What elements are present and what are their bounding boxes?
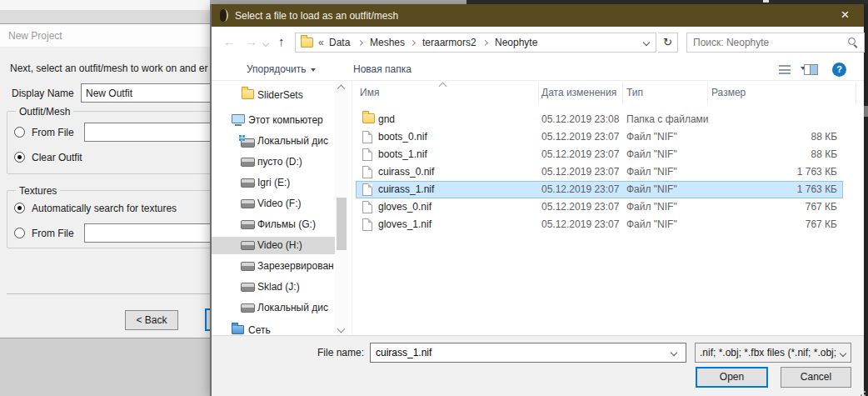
new-project-titlebar[interactable]: New Project [0, 24, 214, 48]
file-dialog-titlebar[interactable]: Select a file to load as an outfit/mesh … [212, 4, 864, 27]
file-row-cuirass1-selected[interactable]: cuirass_1.nif05.12.2019 23:07Файл "NIF"1… [352, 181, 851, 198]
dialog-footer: File name: .nif; *.obj; *.fbx files (*.n… [212, 335, 864, 396]
textures-from-file-label: From File [32, 228, 74, 239]
file-icon [362, 218, 372, 231]
nav-forward-icon[interactable]: → [245, 34, 257, 48]
breadcrumb-item-meshes[interactable]: Meshes [370, 37, 405, 48]
file-name-input[interactable] [370, 343, 686, 363]
display-name-input[interactable] [81, 83, 214, 103]
breadcrumb-item-teraarmors2[interactable]: teraarmors2 [422, 37, 476, 48]
nav-up-icon[interactable]: ↑ [278, 34, 285, 48]
view-options-icon[interactable] [779, 65, 791, 74]
drive-icon [241, 158, 255, 167]
scroll-up-icon[interactable] [337, 85, 346, 93]
sort-ascending-icon [439, 83, 447, 91]
app-icon [220, 9, 228, 22]
address-dropdown-chevron-icon[interactable] [643, 39, 650, 46]
help-icon[interactable]: ? [832, 63, 846, 77]
breadcrumb-item-data[interactable]: Data [329, 37, 350, 48]
file-name-label: File name: [307, 347, 364, 358]
sidebar-scrollbar[interactable] [335, 81, 348, 338]
column-header-size[interactable]: Размер [711, 87, 746, 98]
dialog-divider [7, 293, 214, 294]
file-row-boots1[interactable]: boots_1.nif05.12.2019 23:07Файл "NIF"88 … [352, 146, 851, 163]
sidebar-item-slidersets[interactable]: SliderSets [212, 87, 335, 104]
sidebar-item-local-disk-2[interactable]: Локальный дис [212, 299, 335, 317]
cancel-button[interactable]: Cancel [781, 367, 851, 388]
folder-icon [301, 38, 313, 48]
outfit-from-file-input[interactable] [84, 123, 214, 142]
chevron-right-icon[interactable] [482, 40, 488, 46]
file-icon [362, 148, 372, 161]
search-input[interactable]: Поиск: Neophyte [686, 33, 865, 53]
sidebar-item-drive-f[interactable]: Video (F:) [212, 195, 335, 213]
preview-pane-icon[interactable] [804, 64, 818, 75]
drive-icon [241, 241, 255, 250]
file-row-cuirass0[interactable]: cuirass_0.nif05.12.2019 23:07Файл "NIF"1… [352, 163, 851, 181]
organize-menu-button[interactable]: Упорядочить [247, 63, 316, 75]
sidebar-item-drive-d[interactable]: пусто (D:) [212, 153, 335, 171]
column-header-type[interactable]: Тип [626, 87, 643, 98]
column-resize-handle[interactable] [622, 83, 623, 104]
column-resize-handle[interactable] [538, 83, 539, 104]
back-button[interactable]: < Back [125, 310, 178, 330]
drive-icon [241, 220, 255, 229]
file-type-select[interactable]: .nif; *.obj; *.fbx files (*.nif; *.obj; [695, 343, 851, 363]
sidebar-item-local-disk-c[interactable]: Локальный дис [212, 133, 335, 150]
drive-icon [241, 303, 255, 313]
chevron-right-icon[interactable] [410, 40, 416, 46]
command-toolbar: Упорядочить Новая папка ? [212, 58, 864, 81]
nav-history-chevron-icon[interactable] [262, 40, 269, 47]
column-resize-handle[interactable] [856, 83, 856, 104]
nav-back-icon[interactable]: ← [223, 34, 236, 48]
auto-search-textures-radio[interactable] [14, 203, 25, 213]
from-file-radio-label: From File [32, 127, 74, 138]
file-row-gloves1[interactable]: gloves_1.nif05.12.2019 23:07Файл "NIF"76… [352, 216, 851, 233]
outfit-mesh-group: Outfit/Mesh From File Clear Outfit [7, 111, 214, 174]
file-type-chevron-icon [840, 350, 846, 357]
folder-icon [362, 113, 375, 123]
search-icon[interactable] [848, 38, 858, 48]
sidebar-item-drive-h[interactable]: Video (H:) [212, 237, 335, 254]
search-text: Поиск: Neophyte [693, 37, 769, 48]
address-breadcrumb-bar[interactable]: « Data Meshes teraarmors2 Neophyte [295, 33, 656, 53]
sidebar-item-drive-j[interactable]: Sklad (J:) [212, 278, 335, 296]
file-list: Имя Дата изменения Тип Размер gnd05.12.2… [352, 81, 866, 338]
sidebar-item-drive-g[interactable]: Фильмы (G:) [212, 216, 335, 233]
textures-group: Textures Automatically search for textur… [7, 190, 214, 248]
from-file-radio[interactable] [14, 127, 25, 138]
file-icon [362, 166, 372, 178]
display-name-label: Display Name [12, 88, 74, 99]
file-row-boots0[interactable]: boots_0.nif05.12.2019 23:07Файл "NIF"88 … [352, 128, 851, 146]
new-project-description: Next, select an outfit/mesh to work on a… [10, 63, 207, 74]
textures-from-file-input[interactable] [84, 223, 214, 243]
refresh-button[interactable]: ↻ [658, 33, 678, 53]
column-header-date[interactable]: Дата изменения [541, 87, 616, 98]
file-dialog-title: Select a file to load as an outfit/mesh [235, 10, 398, 22]
drive-icon [241, 283, 255, 292]
new-folder-button[interactable]: Новая папка [353, 63, 412, 75]
column-resize-handle[interactable] [707, 83, 708, 104]
folder-icon [242, 89, 254, 99]
dropdown-arrow-icon [311, 68, 316, 72]
sidebar-item-this-pc[interactable]: Этот компьютер [212, 112, 335, 129]
breadcrumb-item-neophyte[interactable]: Neophyte [495, 37, 537, 48]
file-row-gnd[interactable]: gnd05.12.2019 23:08Папка с файлами [352, 111, 851, 128]
file-icon [362, 131, 372, 143]
column-header-name[interactable]: Имя [360, 87, 379, 98]
background-notch [763, 0, 769, 3]
system-drive-icon [241, 138, 255, 148]
auto-search-textures-label: Automatically search for textures [32, 203, 177, 214]
file-row-gloves0[interactable]: gloves_0.nif05.12.2019 23:07Файл "NIF"76… [352, 198, 851, 216]
sidebar-item-drive-reserved[interactable]: Зарезервирован [212, 258, 335, 275]
clear-outfit-radio[interactable] [14, 152, 25, 163]
chevron-right-icon[interactable] [357, 40, 363, 46]
close-icon[interactable]: × [826, 4, 864, 27]
open-button[interactable]: Open [696, 367, 768, 388]
textures-from-file-radio[interactable] [14, 228, 25, 238]
scroll-down-icon[interactable] [337, 325, 346, 333]
scrollbar-thumb[interactable] [337, 198, 347, 250]
sidebar-item-drive-e[interactable]: Igri (E:) [212, 174, 335, 192]
resize-grip[interactable] [857, 391, 859, 393]
file-icon [362, 183, 372, 196]
